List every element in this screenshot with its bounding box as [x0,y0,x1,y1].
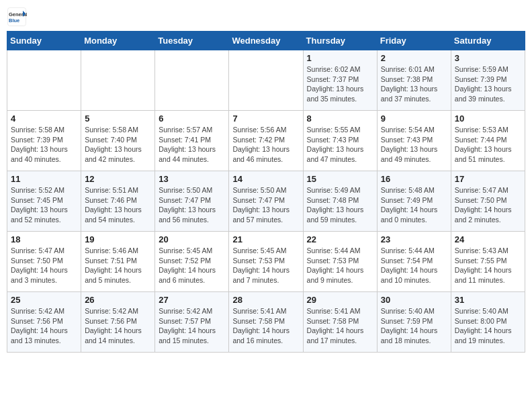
calendar-cell: 30Sunrise: 5:40 AM Sunset: 7:59 PM Dayli… [377,292,451,353]
day-number: 11 [11,174,77,184]
cell-info: Sunrise: 5:45 AM Sunset: 7:53 PM Dayligh… [232,246,299,285]
calendar-week-2: 4Sunrise: 5:58 AM Sunset: 7:39 PM Daylig… [7,111,525,171]
day-number: 16 [381,174,447,184]
cell-info: Sunrise: 5:50 AM Sunset: 7:47 PM Dayligh… [159,185,225,225]
calendar-week-4: 18Sunrise: 5:47 AM Sunset: 7:50 PM Dayli… [7,232,525,292]
calendar-cell: 23Sunrise: 5:44 AM Sunset: 7:54 PM Dayli… [377,232,451,292]
weekday-header-sunday: Sunday [7,32,81,50]
weekday-header-wednesday: Wednesday [229,32,303,50]
cell-info: Sunrise: 5:42 AM Sunset: 7:56 PM Dayligh… [85,306,151,346]
calendar-cell: 26Sunrise: 5:42 AM Sunset: 7:56 PM Dayli… [81,292,155,353]
calendar-week-1: 1Sunrise: 6:02 AM Sunset: 7:37 PM Daylig… [7,50,525,111]
day-number: 14 [232,174,299,184]
cell-info: Sunrise: 5:42 AM Sunset: 7:56 PM Dayligh… [11,306,77,346]
calendar-cell: 9Sunrise: 5:54 AM Sunset: 7:43 PM Daylig… [377,111,451,171]
calendar-cell: 11Sunrise: 5:52 AM Sunset: 7:45 PM Dayli… [7,171,81,232]
cell-info: Sunrise: 5:48 AM Sunset: 7:49 PM Dayligh… [381,185,447,225]
calendar-cell: 25Sunrise: 5:42 AM Sunset: 7:56 PM Dayli… [7,292,81,353]
calendar-cell [7,50,81,111]
cell-info: Sunrise: 5:52 AM Sunset: 7:45 PM Dayligh… [11,185,77,225]
day-number: 12 [85,174,151,184]
calendar-cell: 21Sunrise: 5:45 AM Sunset: 7:53 PM Dayli… [229,232,303,292]
day-number: 9 [381,113,447,124]
calendar-cell: 16Sunrise: 5:48 AM Sunset: 7:49 PM Dayli… [377,171,451,232]
day-number: 10 [455,113,521,124]
cell-info: Sunrise: 5:53 AM Sunset: 7:44 PM Dayligh… [455,125,521,165]
day-number: 4 [11,113,77,124]
cell-info: Sunrise: 5:40 AM Sunset: 8:00 PM Dayligh… [455,306,521,346]
calendar-cell: 27Sunrise: 5:42 AM Sunset: 7:57 PM Dayli… [155,292,229,353]
weekday-header-friday: Friday [377,32,451,50]
calendar-cell: 31Sunrise: 5:40 AM Sunset: 8:00 PM Dayli… [451,292,525,353]
day-number: 22 [307,234,373,244]
day-number: 28 [232,295,299,305]
calendar-cell [81,50,155,111]
calendar-cell [155,50,229,111]
cell-info: Sunrise: 5:46 AM Sunset: 7:51 PM Dayligh… [85,246,151,285]
calendar-cell: 3Sunrise: 5:59 AM Sunset: 7:39 PM Daylig… [451,50,525,111]
calendar-cell: 22Sunrise: 5:44 AM Sunset: 7:53 PM Dayli… [303,232,377,292]
day-number: 29 [307,295,373,305]
cell-info: Sunrise: 5:51 AM Sunset: 7:46 PM Dayligh… [85,185,151,225]
calendar-cell: 6Sunrise: 5:57 AM Sunset: 7:41 PM Daylig… [155,111,229,171]
cell-info: Sunrise: 6:02 AM Sunset: 7:37 PM Dayligh… [307,64,373,104]
cell-info: Sunrise: 5:45 AM Sunset: 7:52 PM Dayligh… [159,246,225,285]
cell-info: Sunrise: 5:58 AM Sunset: 7:39 PM Dayligh… [11,125,77,165]
cell-info: Sunrise: 5:41 AM Sunset: 7:58 PM Dayligh… [307,306,373,346]
calendar-cell: 17Sunrise: 5:47 AM Sunset: 7:50 PM Dayli… [451,171,525,232]
calendar-cell [229,50,303,111]
calendar-cell: 28Sunrise: 5:41 AM Sunset: 7:58 PM Dayli… [229,292,303,353]
day-number: 24 [455,234,521,244]
cell-info: Sunrise: 5:57 AM Sunset: 7:41 PM Dayligh… [159,125,225,165]
calendar-table: SundayMondayTuesdayWednesdayThursdayFrid… [7,31,525,353]
weekday-header-monday: Monday [81,32,155,50]
day-number: 31 [455,295,521,305]
cell-info: Sunrise: 5:47 AM Sunset: 7:50 PM Dayligh… [11,246,77,285]
calendar-cell: 7Sunrise: 5:56 AM Sunset: 7:42 PM Daylig… [229,111,303,171]
day-number: 19 [85,234,151,244]
weekday-header-tuesday: Tuesday [155,32,229,50]
day-number: 3 [455,53,521,63]
day-number: 13 [159,174,225,184]
day-number: 15 [307,174,373,184]
cell-info: Sunrise: 5:44 AM Sunset: 7:54 PM Dayligh… [381,246,447,285]
day-number: 30 [381,295,447,305]
cell-info: Sunrise: 5:42 AM Sunset: 7:57 PM Dayligh… [159,306,225,346]
calendar-cell: 20Sunrise: 5:45 AM Sunset: 7:52 PM Dayli… [155,232,229,292]
weekday-header-thursday: Thursday [303,32,377,50]
logo-icon: General Blue [7,7,27,27]
calendar-cell: 2Sunrise: 6:01 AM Sunset: 7:38 PM Daylig… [377,50,451,111]
cell-info: Sunrise: 5:50 AM Sunset: 7:47 PM Dayligh… [232,185,299,225]
logo: General Blue [7,7,27,27]
calendar-cell: 5Sunrise: 5:58 AM Sunset: 7:40 PM Daylig… [81,111,155,171]
calendar-week-3: 11Sunrise: 5:52 AM Sunset: 7:45 PM Dayli… [7,171,525,232]
day-number: 5 [85,113,151,124]
cell-info: Sunrise: 6:01 AM Sunset: 7:38 PM Dayligh… [381,64,447,104]
day-number: 8 [307,113,373,124]
day-number: 27 [159,295,225,305]
calendar-cell: 8Sunrise: 5:55 AM Sunset: 7:43 PM Daylig… [303,111,377,171]
day-number: 2 [381,53,447,63]
svg-text:Blue: Blue [9,17,19,24]
cell-info: Sunrise: 5:44 AM Sunset: 7:53 PM Dayligh… [307,246,373,285]
day-number: 18 [11,234,77,244]
calendar-cell: 29Sunrise: 5:41 AM Sunset: 7:58 PM Dayli… [303,292,377,353]
calendar-cell: 14Sunrise: 5:50 AM Sunset: 7:47 PM Dayli… [229,171,303,232]
calendar-week-5: 25Sunrise: 5:42 AM Sunset: 7:56 PM Dayli… [7,292,525,353]
calendar-cell: 12Sunrise: 5:51 AM Sunset: 7:46 PM Dayli… [81,171,155,232]
day-number: 25 [11,295,77,305]
calendar-cell: 10Sunrise: 5:53 AM Sunset: 7:44 PM Dayli… [451,111,525,171]
calendar-cell: 13Sunrise: 5:50 AM Sunset: 7:47 PM Dayli… [155,171,229,232]
day-number: 23 [381,234,447,244]
cell-info: Sunrise: 5:43 AM Sunset: 7:55 PM Dayligh… [455,246,521,285]
cell-info: Sunrise: 5:41 AM Sunset: 7:58 PM Dayligh… [232,306,299,346]
weekday-header-row: SundayMondayTuesdayWednesdayThursdayFrid… [7,32,525,50]
day-number: 21 [232,234,299,244]
cell-info: Sunrise: 5:58 AM Sunset: 7:40 PM Dayligh… [85,125,151,165]
day-number: 6 [159,113,225,124]
cell-info: Sunrise: 5:55 AM Sunset: 7:43 PM Dayligh… [307,125,373,165]
calendar-cell: 1Sunrise: 6:02 AM Sunset: 7:37 PM Daylig… [303,50,377,111]
day-number: 26 [85,295,151,305]
cell-info: Sunrise: 5:59 AM Sunset: 7:39 PM Dayligh… [455,64,521,104]
calendar-cell: 24Sunrise: 5:43 AM Sunset: 7:55 PM Dayli… [451,232,525,292]
